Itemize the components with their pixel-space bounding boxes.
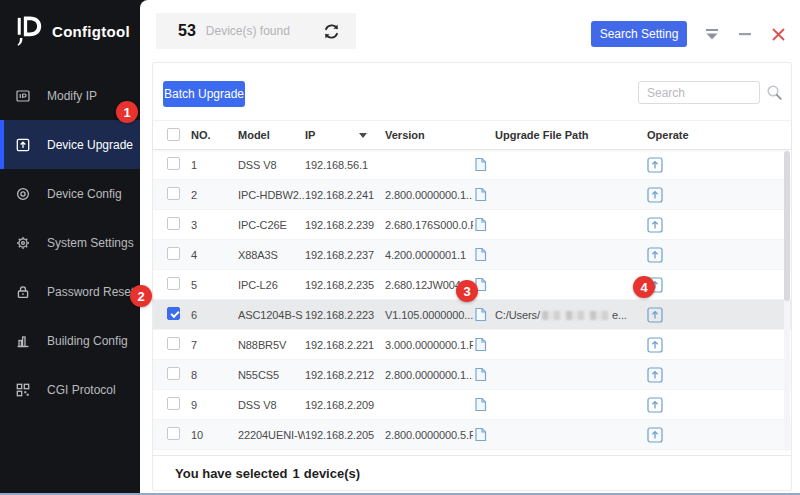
search-input[interactable] <box>638 81 760 104</box>
table-row[interactable]: 9 DSS V8 192.168.2.209 <box>153 390 791 420</box>
close-icon[interactable] <box>770 26 786 42</box>
device-upgrade-panel: Batch Upgrade NO. Model IP <box>152 62 792 491</box>
search-setting-button[interactable]: Search Setting <box>591 21 687 47</box>
row-version: V1.105.0000000... <box>385 309 473 321</box>
browse-file-button[interactable] <box>473 367 495 382</box>
upgrade-button[interactable] <box>647 277 791 293</box>
row-model: DSS V8 <box>238 159 305 171</box>
browse-file-button[interactable] <box>473 397 495 412</box>
row-checkbox[interactable] <box>167 307 180 320</box>
sidebar-item-password-reset[interactable]: Password Reset <box>0 267 140 316</box>
file-icon <box>473 247 488 262</box>
app-window: Configtool Modify IP <box>0 0 800 495</box>
row-upgrade-path: C:/Users/e... <box>495 309 647 321</box>
upgrade-button[interactable] <box>647 307 791 323</box>
row-no: 2 <box>191 189 238 201</box>
callout-badge-4: 4 <box>633 276 655 298</box>
batch-upgrade-button[interactable]: Batch Upgrade <box>163 81 245 107</box>
upload-icon <box>647 157 663 173</box>
sidebar-item-building-config[interactable]: Building Config <box>0 316 140 365</box>
modify-ip-icon <box>16 89 30 103</box>
row-ip: 192.168.56.1 <box>305 159 385 171</box>
row-ip: 192.168.2.241 <box>305 189 385 201</box>
row-ip: 192.168.2.205 <box>305 429 385 441</box>
sidebar-item-cgi-protocol[interactable]: CGI Protocol <box>0 365 140 414</box>
upgrade-button[interactable] <box>647 337 791 353</box>
table-row[interactable]: 2 IPC-HDBW2... 192.168.2.241 2.800.00000… <box>153 180 791 210</box>
card-toolbar: Batch Upgrade <box>153 63 791 120</box>
browse-file-button[interactable] <box>473 337 495 352</box>
app-logo-row: Configtool <box>0 0 140 67</box>
row-checkbox[interactable] <box>167 427 180 440</box>
row-no: 7 <box>191 339 238 351</box>
system-settings-gear-icon <box>16 236 30 250</box>
search-area <box>638 81 783 104</box>
upgrade-button[interactable] <box>647 217 791 233</box>
upgrade-button[interactable] <box>647 247 791 263</box>
row-checkbox[interactable] <box>167 397 180 410</box>
row-version: 3.000.0000000.1.R <box>385 339 473 351</box>
browse-file-button[interactable] <box>473 307 495 322</box>
device-count-label: Device(s) found <box>206 24 290 38</box>
row-ip: 192.168.2.221 <box>305 339 385 351</box>
table-row[interactable]: 3 IPC-C26E 192.168.2.239 2.680.176S000.0… <box>153 210 791 240</box>
search-icon[interactable] <box>766 84 783 101</box>
upload-icon <box>647 337 663 353</box>
upload-icon <box>647 217 663 233</box>
select-all-checkbox[interactable] <box>167 128 180 141</box>
row-no: 3 <box>191 219 238 231</box>
table-row[interactable]: 8 N55CS5 192.168.2.212 2.800.0000000.1..… <box>153 360 791 390</box>
upgrade-button[interactable] <box>647 367 791 383</box>
minimize-icon[interactable] <box>737 26 753 42</box>
table-row[interactable]: 10 22204UENI-W 192.168.2.205 2.800.00000… <box>153 420 791 450</box>
row-ip: 192.168.2.223 <box>305 309 385 321</box>
row-checkbox[interactable] <box>167 217 180 230</box>
browse-file-button[interactable] <box>473 217 495 232</box>
column-header-version: Version <box>385 129 473 141</box>
device-count-box: 53 Device(s) found <box>156 13 356 49</box>
browse-file-button[interactable] <box>473 187 495 202</box>
row-checkbox[interactable] <box>167 157 180 170</box>
sidebar-item-device-upgrade[interactable]: Device Upgrade <box>0 120 140 169</box>
row-no: 5 <box>191 279 238 291</box>
column-header-ip: IP <box>305 129 315 141</box>
scrollbar-thumb[interactable] <box>784 151 790 301</box>
row-model: IPC-L26 <box>238 279 305 291</box>
ip-sort-caret-icon[interactable] <box>359 133 367 138</box>
row-ip: 192.168.2.209 <box>305 399 385 411</box>
file-icon <box>473 367 488 382</box>
table-row[interactable]: 4 X88A3S 192.168.2.237 4.200.0000001.1 <box>153 240 791 270</box>
row-checkbox[interactable] <box>167 247 180 260</box>
browse-file-button[interactable] <box>473 247 495 262</box>
browse-file-button[interactable] <box>473 157 495 172</box>
window-controls: Search Setting <box>591 21 786 47</box>
table-row[interactable]: 7 N88BR5V 192.168.2.221 3.000.0000000.1.… <box>153 330 791 360</box>
upgrade-button[interactable] <box>647 157 791 173</box>
row-no: 6 <box>191 309 238 321</box>
row-version: 2.800.0000000.5.R <box>385 429 473 441</box>
selected-count: 1 <box>292 466 299 481</box>
main-content: 53 Device(s) found Search Setting <box>140 0 800 493</box>
row-checkbox[interactable] <box>167 367 180 380</box>
sidebar-item-device-config[interactable]: Device Config <box>0 169 140 218</box>
sidebar-item-label: CGI Protocol <box>47 383 116 397</box>
row-no: 8 <box>191 369 238 381</box>
file-icon <box>473 427 488 442</box>
table-row[interactable]: 6 ASC1204B-S 192.168.2.223 V1.105.000000… <box>153 300 791 330</box>
collapse-menu-icon[interactable] <box>704 26 720 42</box>
sidebar-item-system-settings[interactable]: System Settings <box>0 218 140 267</box>
upgrade-button[interactable] <box>647 427 791 443</box>
refresh-button[interactable] <box>323 23 340 40</box>
upgrade-button[interactable] <box>647 187 791 203</box>
row-ip: 192.168.2.235 <box>305 279 385 291</box>
sidebar-item-label: Modify IP <box>47 89 97 103</box>
row-model: N88BR5V <box>238 339 305 351</box>
row-checkbox[interactable] <box>167 187 180 200</box>
table-row[interactable]: 1 DSS V8 192.168.56.1 <box>153 150 791 180</box>
table-scrollbar <box>784 151 790 451</box>
browse-file-button[interactable] <box>473 427 495 442</box>
row-no: 1 <box>191 159 238 171</box>
upgrade-button[interactable] <box>647 397 791 413</box>
row-checkbox[interactable] <box>167 277 180 290</box>
row-checkbox[interactable] <box>167 337 180 350</box>
